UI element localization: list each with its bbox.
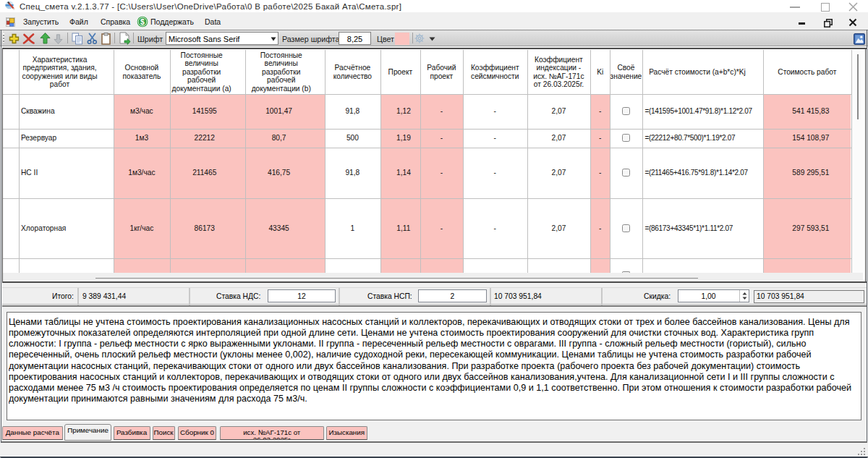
svg-text:$: $ [140, 17, 145, 26]
